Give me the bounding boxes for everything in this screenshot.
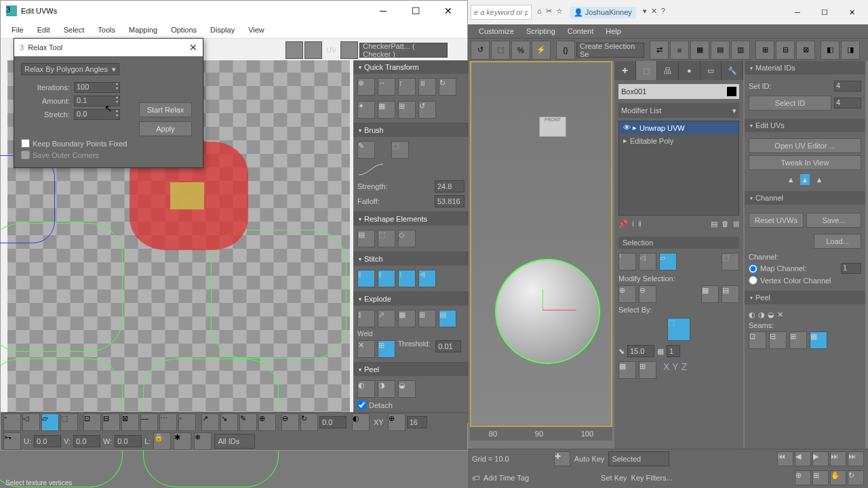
quick-map-2-icon[interactable]: ▲ bbox=[800, 174, 810, 185]
bt-1[interactable]: ⊡ bbox=[83, 413, 101, 431]
maximize-button[interactable]: ☐ bbox=[811, 2, 838, 22]
sel-vertex-icon[interactable]: ⠇ bbox=[618, 253, 636, 270]
all-ids-dropdown[interactable]: All IDs bbox=[214, 434, 255, 449]
planar-icon[interactable]: ▦ bbox=[657, 347, 664, 356]
brush-paint-icon[interactable]: ✎ bbox=[357, 141, 375, 159]
peel-a-icon[interactable]: ◐ bbox=[357, 380, 375, 398]
help-icon[interactable]: ? bbox=[661, 7, 665, 18]
rotation-spinner[interactable]: 0.0 bbox=[319, 416, 347, 428]
axis-z[interactable]: Z bbox=[682, 361, 688, 379]
bt-6[interactable]: ◦ bbox=[178, 413, 196, 431]
uvw-menu-file[interactable]: File bbox=[6, 24, 29, 36]
amount-spinner[interactable]: 0.1 bbox=[74, 96, 120, 106]
peel-b-icon[interactable]: ◑ bbox=[378, 380, 395, 398]
tab-display[interactable]: ▭ bbox=[701, 61, 722, 80]
u-spinner[interactable]: 0.0 bbox=[34, 435, 61, 447]
threshold-spinner[interactable]: 0.01 bbox=[435, 340, 461, 352]
gizmo-y[interactable] bbox=[542, 289, 543, 310]
menu-customize[interactable]: Customize bbox=[473, 26, 519, 37]
bt-3[interactable]: ⊠ bbox=[121, 413, 139, 431]
quick-map-1-icon[interactable]: ▲ bbox=[787, 176, 795, 184]
angle-icon[interactable]: ⬊ bbox=[618, 347, 625, 356]
snap2-icon[interactable]: ❄ bbox=[194, 432, 212, 450]
nav-1-icon[interactable]: ⊕ bbox=[795, 470, 811, 485]
key-filters-button[interactable]: Key Filters... bbox=[631, 474, 673, 482]
uvw-menu-tools[interactable]: Tools bbox=[92, 24, 121, 36]
sub-edge-icon[interactable]: ◁ bbox=[22, 413, 40, 431]
select-id-spinner[interactable]: 4 bbox=[834, 98, 861, 108]
select-by-icon[interactable]: ⬚ bbox=[667, 318, 690, 341]
tool-1[interactable]: ↺ bbox=[471, 41, 490, 60]
tweak-button[interactable]: Tweak In View bbox=[749, 155, 861, 170]
icon-a[interactable]: ⌂ bbox=[537, 7, 542, 18]
user-badge[interactable]: 👤 JoshuaKinney bbox=[570, 7, 636, 18]
keep-boundary-checkbox[interactable] bbox=[21, 139, 30, 148]
peel-4-icon[interactable]: ✕ bbox=[777, 310, 783, 319]
stitch-1-icon[interactable]: ⫴ bbox=[357, 270, 375, 287]
config-icon[interactable]: ▤ bbox=[711, 220, 717, 228]
relax-titlebar[interactable]: 3 Relax Tool ✕ bbox=[14, 39, 203, 56]
axis-y[interactable]: Y bbox=[672, 361, 678, 379]
exp-5-icon[interactable]: ▤ bbox=[439, 310, 456, 327]
sub-face-icon[interactable]: ▱ bbox=[41, 413, 59, 431]
start-relax-button[interactable]: Start Relax bbox=[139, 102, 192, 117]
set-key-button[interactable]: Set Key bbox=[601, 474, 627, 482]
qt-5-icon[interactable]: ✦ bbox=[357, 101, 375, 119]
add-key-button[interactable]: ✚ bbox=[554, 451, 570, 466]
selection-set-dropdown[interactable]: Create Selection Se bbox=[576, 43, 644, 58]
tool-align[interactable]: ≡ bbox=[670, 41, 689, 60]
uvw-menu-view[interactable]: View bbox=[243, 24, 270, 36]
preset-icon[interactable]: ⊞ bbox=[733, 220, 739, 228]
uvw-menu-mapping[interactable]: Mapping bbox=[123, 24, 163, 36]
qt-3-icon[interactable]: ⫼ bbox=[418, 78, 436, 96]
tool-5[interactable]: {} bbox=[556, 41, 575, 60]
sel-face-icon[interactable]: ▱ bbox=[659, 253, 677, 270]
save-button[interactable]: Save... bbox=[806, 213, 861, 228]
uvw-menu-options[interactable]: Options bbox=[165, 24, 202, 36]
material-ids-header[interactable]: Material IDs bbox=[745, 61, 865, 75]
tool-11[interactable]: ⊞ bbox=[755, 41, 774, 60]
minimize-button[interactable]: ─ bbox=[784, 2, 811, 22]
stitch-3-icon[interactable]: ⫶ bbox=[398, 270, 416, 287]
modifier-list-dropdown[interactable]: Modifier List▾ bbox=[618, 103, 739, 118]
reset-uvws-button[interactable]: Reset UVWs bbox=[749, 213, 804, 228]
prev-frame-icon[interactable]: ◀ bbox=[795, 451, 811, 466]
tool-4[interactable]: ⚡ bbox=[532, 41, 551, 60]
tool-14[interactable]: ◧ bbox=[821, 41, 840, 60]
bt-14[interactable]: ⊕ bbox=[388, 413, 406, 431]
menu-scripting[interactable]: Scripting bbox=[521, 26, 561, 37]
seam-2-icon[interactable]: ⊟ bbox=[769, 331, 787, 349]
quick-map-3-icon[interactable]: ▲ bbox=[815, 176, 823, 184]
bt-7[interactable]: ↗ bbox=[201, 413, 219, 431]
uvw-menu-edit[interactable]: Edit bbox=[32, 24, 56, 36]
lock2-icon[interactable]: 🔒 bbox=[153, 432, 171, 450]
step-spinner[interactable]: 16 bbox=[407, 416, 427, 428]
nav-4-icon[interactable]: ↻ bbox=[848, 470, 864, 485]
bt-4[interactable]: — bbox=[140, 413, 158, 431]
tool-9[interactable]: ▤ bbox=[711, 41, 730, 60]
tab-modify[interactable]: ⬚ bbox=[636, 61, 658, 80]
quick-transform-header[interactable]: Quick Transform bbox=[353, 60, 469, 74]
checker-1-icon[interactable] bbox=[285, 41, 303, 59]
tool-15[interactable]: ◨ bbox=[841, 41, 860, 60]
weld-2-icon[interactable]: ⊞ bbox=[378, 340, 395, 358]
stitch-4-icon[interactable]: ⫷ bbox=[418, 270, 436, 287]
time-ruler[interactable]: 8090100 bbox=[470, 427, 612, 441]
play-icon[interactable]: ▶ bbox=[812, 451, 829, 466]
axis-x[interactable]: X bbox=[663, 361, 669, 379]
uv-shell-3[interactable] bbox=[211, 230, 347, 359]
sel-by-elem-icon[interactable]: ⬚ bbox=[722, 253, 739, 270]
uv-shell-2[interactable] bbox=[0, 155, 55, 243]
tool-12[interactable]: ⊟ bbox=[776, 41, 795, 60]
angle-spinner[interactable]: 15.0 bbox=[627, 345, 654, 357]
load-button[interactable]: Load... bbox=[814, 234, 861, 249]
checker-3-icon[interactable] bbox=[340, 41, 358, 59]
w-spinner[interactable]: 0.0 bbox=[115, 435, 142, 447]
relax-method-dropdown[interactable]: Relax By Polygon Angles▾ bbox=[21, 63, 119, 75]
reshape-1-icon[interactable]: ▤ bbox=[357, 230, 375, 247]
exp-4-icon[interactable]: ⊞ bbox=[418, 310, 436, 327]
qt-6-icon[interactable]: ▦ bbox=[378, 101, 395, 119]
sel-edge-icon[interactable]: ◁ bbox=[639, 253, 656, 270]
peel-section-header[interactable]: Peel bbox=[353, 363, 469, 376]
ring-icon[interactable]: ▦ bbox=[701, 285, 719, 303]
